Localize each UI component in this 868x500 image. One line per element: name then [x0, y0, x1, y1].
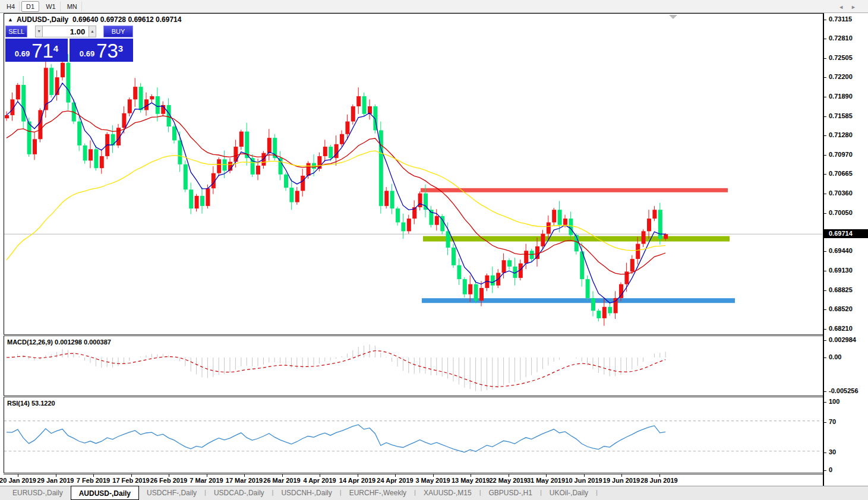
date-axis[interactable]: 20 Jan 201929 Jan 20197 Feb 201917 Feb 2…: [4, 474, 823, 486]
price-tick-mark: [824, 194, 826, 194]
date-tick-label: 26 Feb 2019: [150, 477, 187, 484]
timeframe-button-mn[interactable]: MN: [62, 1, 82, 12]
trading-terminal-window: H4D1W1MN ▲AUDUSD-,Daily 0.69640 0.69728 …: [0, 0, 868, 500]
tab-scroll-arrows: ◄►: [838, 4, 863, 10]
date-tick-label: 17 Mar 2019: [226, 477, 263, 484]
price-tick-mark: [824, 155, 826, 156]
rsi-tick-label: 70: [829, 418, 836, 425]
date-tick-label: 26 Mar 2019: [263, 477, 300, 484]
buy-price-big: 73: [96, 42, 118, 60]
date-tick-label: 14 Apr 2019: [339, 477, 375, 484]
chart-tab-usdchf-daily[interactable]: USDCHF-,Daily: [139, 486, 204, 500]
ma-slow-line: [7, 151, 665, 260]
rsi-tick-label: 100: [829, 398, 839, 405]
timeframe-button-d1[interactable]: D1: [21, 1, 39, 12]
date-tick-label: 19 Jun 2019: [603, 477, 640, 484]
macd-tick-mark: [824, 391, 826, 392]
price-tick-mark: [824, 251, 826, 252]
one-click-trade-panel: SELL ▼ ▲ BUY 0.69714 0.69733: [5, 26, 133, 62]
price-tick-mark: [824, 20, 826, 20]
macd-indicator-canvas[interactable]: [4, 336, 823, 395]
macd-tick-label: 0.00: [829, 353, 841, 360]
chart-tab-usdcnh-daily[interactable]: USDCNH-,Daily: [273, 486, 339, 500]
price-tick-label: 0.69130: [829, 267, 853, 274]
macd-label: MACD(12,26,9) 0.001298 0.000387: [7, 338, 111, 346]
date-tick-label: 7 Feb 2019: [77, 477, 110, 484]
macd-tick-mark: [824, 340, 826, 341]
chart-tab-gbpusd-h1[interactable]: GBPUSD-,H1: [481, 486, 540, 500]
buy-button[interactable]: BUY: [103, 26, 133, 37]
price-tick-label: 0.70050: [829, 209, 853, 216]
chart-tab-ukoil-daily[interactable]: UKOil-,Daily: [542, 486, 596, 500]
date-tick-label: 4 Apr 2019: [303, 477, 336, 484]
date-tick-label: 29 Jan 2019: [37, 477, 74, 484]
volume-decrease-button[interactable]: ▼: [35, 26, 43, 37]
chart-tab-audusd-daily[interactable]: AUDUSD-,Daily: [71, 486, 139, 500]
chart-ohlc-values: 0.69640 0.69728 0.69612 0.69714: [72, 15, 182, 24]
timeframe-button-w1[interactable]: W1: [41, 1, 61, 12]
price-tick-label: 0.69440: [829, 247, 853, 254]
price-tick-label: 0.68825: [829, 286, 853, 293]
chart-tab-xauusd-m15[interactable]: XAUUSD-,M15: [416, 486, 479, 500]
price-tick-mark: [824, 213, 826, 214]
price-tick-label: 0.71890: [829, 93, 853, 100]
price-axis[interactable]: 0.731150.728100.725050.722000.718900.715…: [823, 13, 868, 486]
timeframe-button-h4[interactable]: H4: [2, 1, 20, 12]
rsi-label: RSI(14) 53.1220: [7, 400, 55, 407]
price-tick-label: 0.72505: [829, 54, 853, 61]
price-tick-mark: [824, 174, 826, 175]
date-tick-label: 7 Mar 2019: [190, 477, 223, 484]
price-tick-mark: [824, 271, 826, 271]
tab-separator: |: [596, 486, 598, 500]
buy-price-pip: 3: [118, 39, 123, 59]
rsi-line: [7, 425, 665, 452]
price-tick-label: 0.68520: [829, 305, 853, 312]
price-tick-mark: [824, 97, 826, 97]
tab-scroll-left-icon[interactable]: ◄: [838, 4, 851, 10]
buy-price-display[interactable]: 0.69733: [70, 39, 133, 62]
macd-signal-line: [7, 351, 665, 387]
macd-tick-label: 0.002984: [829, 336, 856, 343]
date-tick-label: 31 May 2019: [527, 477, 565, 484]
sell-price-display[interactable]: 0.69714: [5, 39, 68, 62]
price-tick-mark: [824, 329, 826, 330]
price-tick-mark: [824, 39, 826, 39]
price-tick-mark: [824, 309, 826, 310]
tab-scroll-right-icon[interactable]: ►: [851, 4, 863, 10]
spin-up-icon: ▲: [90, 29, 94, 33]
support-line[interactable]: [422, 298, 735, 303]
price-tick-label: 0.73115: [829, 15, 852, 23]
sell-price-prefix: 0.69: [15, 48, 30, 60]
price-tick-mark: [824, 77, 826, 78]
collapse-chart-icon[interactable]: ▲: [8, 17, 13, 23]
resistance-line[interactable]: [421, 188, 728, 192]
date-tick-label: 20 Jan 2019: [0, 477, 36, 484]
price-tick-mark: [824, 290, 826, 291]
price-tick-label: 0.68210: [829, 325, 853, 332]
price-tick-label: 0.70665: [829, 170, 853, 177]
current-price-badge: 0.69714: [824, 229, 868, 238]
sell-button[interactable]: SELL: [5, 26, 27, 37]
rsi-tick-label: 0: [829, 466, 832, 473]
price-tick-label: 0.70970: [829, 151, 853, 158]
price-tick-label: 0.71585: [829, 112, 853, 119]
price-tick-mark: [824, 58, 826, 59]
date-tick-label: 10 Jun 2019: [565, 477, 602, 484]
date-tick-label: 24 Apr 2019: [377, 477, 413, 484]
symbol-tab-bar: EURUSD-,DailyAUDUSD-,DailyUSDCHF-,Daily|…: [0, 486, 868, 500]
volume-increase-button[interactable]: ▲: [89, 26, 96, 37]
rsi-indicator-canvas[interactable]: [4, 397, 823, 473]
chart-tab-eurchf-weekly[interactable]: EURCHF-,Weekly: [342, 486, 414, 500]
chart-tab-usdcad-daily[interactable]: USDCAD-,Daily: [206, 486, 272, 500]
rsi-tick-mark: [824, 422, 826, 423]
volume-input[interactable]: [43, 26, 89, 37]
date-tick-label: 22 May 2019: [489, 477, 527, 484]
rsi-tick-mark: [824, 402, 826, 403]
scroll-to-end-icon[interactable]: [669, 15, 677, 19]
chart-tab-eurusd-daily[interactable]: EURUSD-,Daily: [5, 486, 71, 500]
buy-price-prefix: 0.69: [80, 48, 94, 60]
rsi-tick-mark: [824, 452, 826, 453]
macd-histogram: [7, 344, 665, 391]
date-tick-label: 17 Feb 2019: [112, 477, 149, 484]
chart-symbol-period: AUDUSD-,Daily: [17, 15, 68, 24]
